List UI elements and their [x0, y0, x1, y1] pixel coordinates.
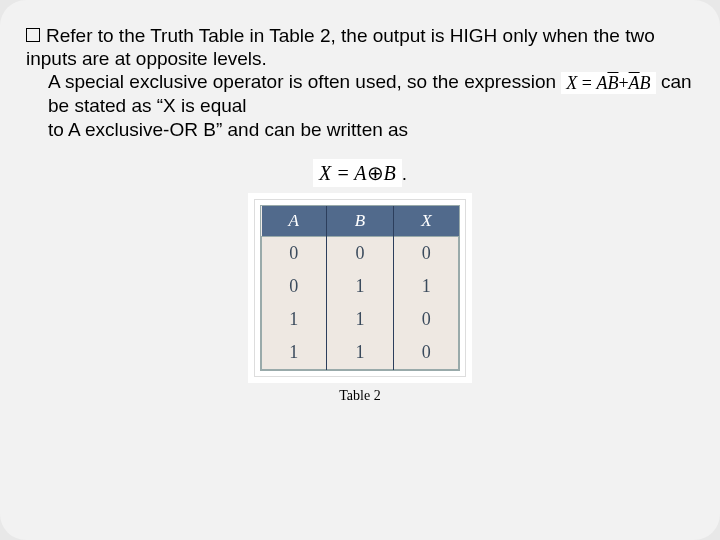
- content-block: Refer to the Truth Table in Table 2, the…: [26, 24, 694, 141]
- col-B: B: [326, 206, 394, 237]
- cell: 1: [262, 303, 327, 336]
- slide: Refer to the Truth Table in Table 2, the…: [0, 0, 720, 540]
- table-row: 0 0 0: [262, 236, 459, 270]
- cell: 1: [394, 270, 459, 303]
- formula-period: .: [402, 163, 407, 184]
- table-row: 1 1 0: [262, 303, 459, 336]
- indent-block: A special exclusive operator is often us…: [26, 70, 694, 140]
- cell: 1: [326, 303, 394, 336]
- cell: 1: [326, 270, 394, 303]
- intro-text: Refer to the Truth Table in Table 2, the…: [26, 25, 655, 69]
- cell: 0: [394, 236, 459, 270]
- cell: 1: [326, 336, 394, 370]
- table-header-row: A B X: [262, 206, 459, 237]
- cell: 0: [262, 270, 327, 303]
- truth-table-image: A B X 0 0 0 0 1: [254, 199, 466, 377]
- oplus-symbol: ⊕: [367, 162, 384, 184]
- cell: 0: [394, 336, 459, 370]
- col-X: X: [394, 206, 459, 237]
- formula-lhs: X = A: [319, 162, 367, 184]
- table-wrap: A B X 0 0 0 0 1: [26, 199, 694, 404]
- table-border: A B X 0 0 0 0 1: [260, 205, 460, 371]
- bullet-icon: [26, 28, 40, 42]
- truth-table: A B X 0 0 0 0 1: [261, 206, 459, 370]
- cell: 0: [262, 236, 327, 270]
- text-line3: to A exclusive-OR B” and can be written …: [48, 119, 408, 140]
- col-A: A: [262, 206, 327, 237]
- table-row: 0 1 1: [262, 270, 459, 303]
- table-caption: Table 2: [26, 388, 694, 404]
- table-row: 1 1 0: [262, 336, 459, 370]
- formula-row: X = A⊕B.: [26, 159, 694, 187]
- cell: 0: [394, 303, 459, 336]
- formula-rhs: B: [384, 162, 396, 184]
- formula-xor-symbolic: X = A⊕B: [313, 159, 402, 187]
- cell: 1: [262, 336, 327, 370]
- text-line2a: A special exclusive operator is often us…: [48, 71, 561, 92]
- cell: 0: [326, 236, 394, 270]
- formula-xor-expression: X = AB+AB: [561, 72, 655, 94]
